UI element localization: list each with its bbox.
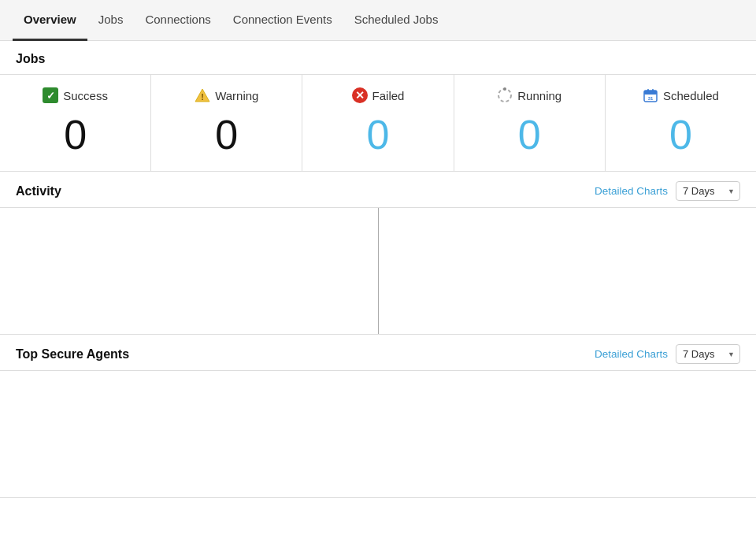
nav-tabs: Overview Jobs Connections Connection Eve…: [0, 0, 756, 41]
activity-timerange-dropdown[interactable]: 7 Days 30 Days 90 Days: [676, 181, 740, 201]
warning-label: Warning: [215, 89, 258, 102]
agents-title: Top Secure Agents: [16, 347, 129, 361]
svg-rect-7: [652, 89, 654, 92]
activity-chart-area: [0, 208, 756, 334]
job-label-scheduled: 31 Scheduled: [643, 87, 719, 103]
agents-header-row: Top Secure Agents Detailed Charts 7 Days…: [0, 335, 756, 371]
agents-section: Top Secure Agents Detailed Charts 7 Days…: [0, 335, 756, 498]
running-value: 0: [518, 114, 541, 155]
job-cell-scheduled: 31 Scheduled 0: [606, 75, 756, 171]
svg-rect-6: [647, 89, 649, 92]
svg-point-3: [503, 87, 506, 91]
job-cell-success: ✓ Success 0: [0, 75, 151, 171]
svg-point-2: [498, 89, 511, 102]
activity-header-row: Activity Detailed Charts 7 Days 30 Days …: [0, 172, 756, 208]
agents-dropdown-wrapper: 7 Days 30 Days 90 Days: [676, 344, 740, 364]
main-content: Jobs ✓ Success 0 ! Warning 0: [0, 41, 756, 498]
agents-timerange-dropdown[interactable]: 7 Days 30 Days 90 Days: [676, 344, 740, 364]
agents-chart-area: [0, 371, 756, 497]
running-label: Running: [517, 89, 561, 102]
tab-jobs[interactable]: Jobs: [87, 0, 135, 41]
tab-overview[interactable]: Overview: [13, 0, 87, 41]
job-cell-warning: ! Warning 0: [151, 75, 302, 171]
svg-rect-5: [644, 91, 657, 95]
agents-detailed-charts-link[interactable]: Detailed Charts: [595, 348, 668, 360]
failed-value: 0: [367, 114, 390, 155]
activity-dropdown-wrapper: 7 Days 30 Days 90 Days: [676, 181, 740, 201]
activity-chart-divider: [378, 208, 379, 334]
job-label-running: Running: [497, 87, 561, 103]
jobs-grid: ✓ Success 0 ! Warning 0 ✕ Faile: [0, 74, 756, 172]
job-label-success: ✓ Success: [43, 87, 108, 103]
job-label-failed: ✕ Failed: [352, 87, 405, 103]
tab-connections[interactable]: Connections: [134, 0, 221, 41]
job-label-warning: ! Warning: [195, 87, 258, 103]
activity-title: Activity: [16, 184, 61, 198]
scheduled-value: 0: [669, 114, 692, 155]
warning-value: 0: [215, 114, 238, 155]
scheduled-label: Scheduled: [663, 89, 719, 102]
svg-text:!: !: [201, 92, 204, 102]
job-cell-running: Running 0: [454, 75, 606, 171]
jobs-section-header: Jobs: [0, 41, 756, 74]
tab-scheduled-jobs[interactable]: Scheduled Jobs: [343, 0, 450, 41]
tab-connection-events[interactable]: Connection Events: [222, 0, 343, 41]
svg-text:31: 31: [648, 96, 654, 101]
activity-controls: Detailed Charts 7 Days 30 Days 90 Days: [595, 181, 740, 201]
job-cell-failed: ✕ Failed 0: [302, 75, 454, 171]
agents-controls: Detailed Charts 7 Days 30 Days 90 Days: [595, 344, 740, 364]
warning-icon: !: [195, 87, 210, 103]
activity-section: Activity Detailed Charts 7 Days 30 Days …: [0, 172, 756, 335]
success-icon: ✓: [43, 87, 58, 103]
success-label: Success: [63, 89, 108, 102]
failed-icon: ✕: [352, 87, 368, 103]
failed-label: Failed: [372, 89, 405, 102]
success-value: 0: [64, 114, 87, 155]
scheduled-icon: 31: [643, 87, 658, 103]
activity-detailed-charts-link[interactable]: Detailed Charts: [595, 185, 668, 197]
running-icon: [497, 87, 513, 103]
